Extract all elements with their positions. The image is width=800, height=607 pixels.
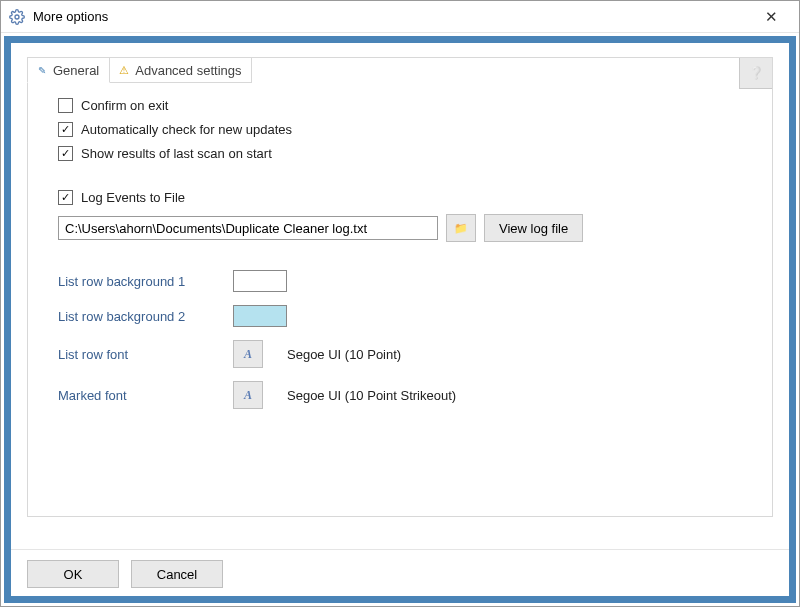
ok-label: OK (64, 567, 83, 582)
cancel-label: Cancel (157, 567, 197, 582)
view-log-button[interactable]: View log file (484, 214, 583, 242)
checkbox-show-results[interactable] (58, 146, 73, 161)
bottom-bar: OK Cancel (11, 549, 789, 596)
row-bg2: List row background 2 (58, 305, 742, 327)
row-font-desc: Segoe UI (10 Point) (287, 347, 401, 362)
tab-label: General (53, 63, 99, 78)
checkbox-auto-update[interactable] (58, 122, 73, 137)
log-path-input[interactable] (58, 216, 438, 240)
tab-strip: ✎ General ⚠ Advanced settings (27, 57, 251, 83)
content-area: ❔ ✎ General ⚠ Advanced settings (11, 43, 789, 549)
row-bg1-label: List row background 1 (58, 274, 233, 289)
folder-icon: 📁 (454, 222, 468, 235)
ok-button[interactable]: OK (27, 560, 119, 588)
row-bg2-swatch[interactable] (233, 305, 287, 327)
tab-general[interactable]: ✎ General (27, 57, 110, 83)
pin-icon: ✎ (36, 64, 48, 76)
row-font-button[interactable]: A (233, 340, 263, 368)
options-window: More options ✕ ❔ ✎ General ⚠ Advanced se… (0, 0, 800, 607)
tab-body-general: Confirm on exit Automatically check for … (28, 58, 772, 442)
browse-log-button[interactable]: 📁 (446, 214, 476, 242)
checkbox-label: Automatically check for new updates (81, 122, 292, 137)
view-log-label: View log file (499, 221, 568, 236)
checkbox-label: Log Events to File (81, 190, 185, 205)
tab-container: ✎ General ⚠ Advanced settings Confirm on… (27, 57, 773, 517)
checkbox-row-auto-update: Automatically check for new updates (58, 122, 742, 137)
row-bg2-label: List row background 2 (58, 309, 233, 324)
marked-font-label: Marked font (58, 388, 233, 403)
checkbox-row-show-results: Show results of last scan on start (58, 146, 742, 161)
row-bg1-swatch[interactable] (233, 270, 287, 292)
row-bg1: List row background 1 (58, 270, 742, 292)
tab-label: Advanced settings (135, 63, 241, 78)
row-font: List row font A Segoe UI (10 Point) (58, 340, 742, 368)
tab-advanced[interactable]: ⚠ Advanced settings (109, 57, 252, 83)
content-frame: ❔ ✎ General ⚠ Advanced settings (4, 36, 796, 603)
checkbox-row-confirm-exit: Confirm on exit (58, 98, 742, 113)
checkbox-label: Show results of last scan on start (81, 146, 272, 161)
svg-point-0 (15, 15, 19, 19)
row-font-label: List row font (58, 347, 233, 362)
checkbox-label: Confirm on exit (81, 98, 168, 113)
close-button[interactable]: ✕ (751, 8, 791, 26)
marked-font: Marked font A Segoe UI (10 Point Strikeo… (58, 381, 742, 409)
titlebar: More options ✕ (1, 1, 799, 33)
window-title: More options (33, 9, 751, 24)
marked-font-desc: Segoe UI (10 Point Strikeout) (287, 388, 456, 403)
log-path-row: 📁 View log file (58, 214, 742, 242)
checkbox-row-log-events: Log Events to File (58, 190, 742, 205)
appearance-section: List row background 1 List row backgroun… (58, 270, 742, 409)
gear-icon (9, 9, 25, 25)
marked-font-button[interactable]: A (233, 381, 263, 409)
checkbox-log-events[interactable] (58, 190, 73, 205)
cancel-button[interactable]: Cancel (131, 560, 223, 588)
checkbox-confirm-exit[interactable] (58, 98, 73, 113)
warning-icon: ⚠ (118, 64, 130, 76)
